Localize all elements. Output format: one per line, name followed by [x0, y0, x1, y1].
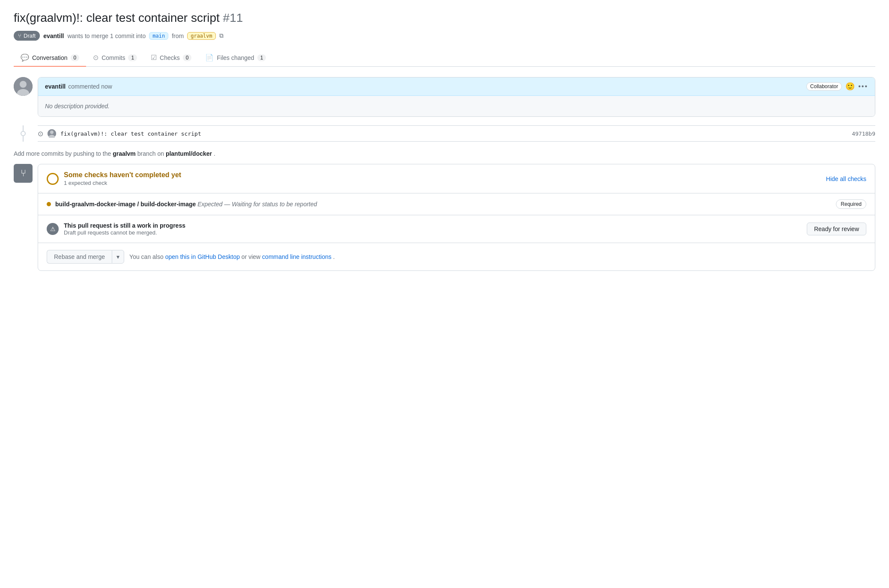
pr-meta-text: wants to merge 1 commit into: [67, 33, 146, 39]
copy-branch-icon[interactable]: ⧉: [219, 32, 224, 39]
tab-conversation-label: Conversation: [32, 54, 68, 61]
files-changed-icon: 📄: [205, 53, 214, 62]
merge-link-mid: or view: [242, 253, 260, 260]
ready-for-review-button[interactable]: Ready for review: [807, 223, 866, 235]
comment-section: evantill commented now Collaborator 🙂 ••…: [14, 77, 875, 117]
from-text: from: [172, 33, 184, 39]
check-name: build-graalvm-docker-image / build-docke…: [55, 201, 196, 208]
checks-header-text: Some checks haven't completed yet 1 expe…: [64, 171, 181, 186]
tab-files-changed-label: Files changed: [217, 54, 254, 61]
tab-checks-badge: 0: [183, 54, 192, 61]
merge-info-suffix: .: [333, 253, 335, 260]
info-line-suffix: .: [214, 150, 215, 157]
checks-header-left: Some checks haven't completed yet 1 expe…: [47, 171, 181, 186]
merge-icon: ⑂: [21, 168, 26, 179]
tab-commits-label: Commits: [101, 54, 125, 61]
info-line-repo: plantuml/docker: [166, 150, 212, 157]
info-line-mid: branch on: [137, 150, 164, 157]
draft-icon: ⑂: [18, 33, 21, 39]
comment-timestamp: commented now: [68, 83, 112, 90]
comment-box: evantill commented now Collaborator 🙂 ••…: [38, 77, 875, 117]
info-line-branch: graalvm: [113, 150, 136, 157]
pr-meta: ⑂ Draft evantill wants to merge 1 commit…: [14, 31, 875, 41]
required-badge: Required: [836, 199, 866, 209]
commit-avatar: [48, 129, 56, 138]
tab-checks-label: Checks: [160, 54, 180, 61]
check-desc: Expected — Waiting for status to be repo…: [197, 201, 317, 208]
checks-header: Some checks haven't completed yet 1 expe…: [38, 164, 875, 193]
tab-files-changed-badge: 1: [257, 54, 266, 61]
checks-wrapper: ⑂ Some checks haven't completed yet 1 ex…: [14, 164, 875, 271]
wip-subtitle: Draft pull requests cannot be merged.: [64, 229, 157, 236]
comment-body: No description provided.: [38, 96, 875, 116]
rebase-and-merge-button[interactable]: Rebase and merge: [47, 250, 112, 264]
pr-title: fix(graalvm)!: clear test container scri…: [14, 10, 875, 26]
checks-title: Some checks haven't completed yet: [64, 171, 181, 179]
tab-commits-badge: 1: [128, 54, 137, 61]
merge-row: Rebase and merge ▾ You can also open thi…: [38, 243, 875, 270]
draft-label: Draft: [24, 33, 36, 39]
comment-header: evantill commented now Collaborator 🙂 ••…: [38, 77, 875, 96]
tab-conversation-badge: 0: [71, 54, 80, 61]
comment-header-left: evantill commented now: [45, 83, 112, 90]
wip-row: ⚠ This pull request is still a work in p…: [38, 215, 875, 243]
more-options-icon[interactable]: •••: [858, 83, 868, 90]
info-line: Add more commits by pushing to the graal…: [14, 150, 875, 157]
hide-all-checks-link[interactable]: Hide all checks: [826, 175, 866, 182]
base-branch-pill[interactable]: main: [149, 32, 168, 40]
commits-icon: ⊙: [93, 53, 98, 62]
commit-branch-icon: ⊙: [38, 130, 43, 138]
collaborator-badge: Collaborator: [806, 82, 842, 91]
merge-icon-box: ⑂: [14, 164, 33, 183]
draft-badge: ⑂ Draft: [14, 31, 40, 41]
commit-sha[interactable]: 49718b9: [852, 131, 875, 137]
pr-tabs: 💬 Conversation 0 ⊙ Commits 1 ☑ Checks 0 …: [14, 49, 875, 67]
commit-message: fix(graalvm)!: clear test container scri…: [60, 131, 847, 137]
check-info: build-graalvm-docker-image / build-docke…: [55, 201, 317, 208]
merge-dropdown-arrow[interactable]: ▾: [112, 250, 124, 264]
svg-point-4: [50, 131, 54, 134]
checks-icon: ☑: [151, 53, 157, 62]
merge-button-group: Rebase and merge ▾: [47, 250, 124, 264]
conversation-icon: 💬: [21, 53, 29, 62]
tab-commits[interactable]: ⊙ Commits 1: [86, 49, 144, 67]
head-branch-pill[interactable]: graalvm: [187, 32, 216, 40]
tab-conversation[interactable]: 💬 Conversation 0: [14, 49, 86, 67]
wip-text: This pull request is still a work in pro…: [64, 222, 185, 236]
comment-author[interactable]: evantill: [45, 83, 66, 90]
pr-title-text: fix(graalvm)!: clear test container scri…: [14, 11, 220, 24]
tab-checks[interactable]: ☑ Checks 0: [144, 49, 198, 67]
info-line-prefix: Add more commits by pushing to the: [14, 150, 111, 157]
wip-title: This pull request is still a work in pro…: [64, 222, 185, 229]
warning-icon: ⚠: [47, 223, 59, 235]
merge-info: You can also open this in GitHub Desktop…: [129, 253, 335, 260]
check-row: build-graalvm-docker-image / build-docke…: [38, 193, 875, 215]
merge-info-text: You can also: [129, 253, 164, 260]
command-line-link[interactable]: command line instructions: [262, 253, 331, 260]
pr-number: #11: [223, 11, 243, 24]
pending-circle-icon: [47, 173, 59, 185]
checks-subtitle: 1 expected check: [64, 180, 181, 186]
github-desktop-link[interactable]: open this in GitHub Desktop: [165, 253, 240, 260]
tab-files-changed[interactable]: 📄 Files changed 1: [198, 49, 273, 67]
check-status-dot: [47, 202, 51, 206]
comment-body-text: No description provided.: [45, 103, 868, 110]
emoji-reaction-icon[interactable]: 🙂: [845, 82, 855, 91]
avatar: [14, 77, 33, 96]
pr-author: evantill: [43, 33, 64, 39]
comment-header-right: Collaborator 🙂 •••: [806, 82, 868, 91]
checks-card: Some checks haven't completed yet 1 expe…: [38, 164, 875, 271]
svg-point-1: [20, 81, 27, 88]
